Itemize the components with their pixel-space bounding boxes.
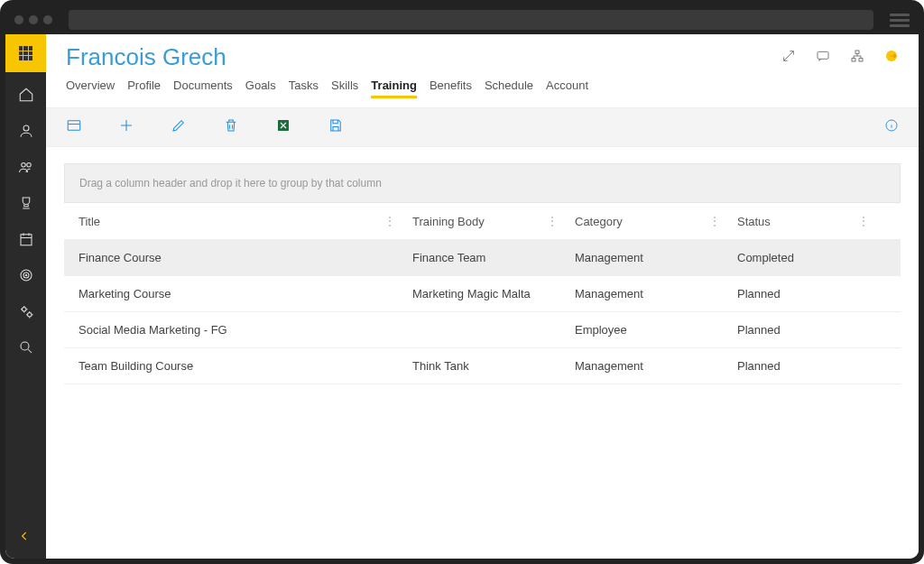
cell-category: Management (575, 251, 737, 264)
column-menu-icon[interactable]: ⋮ (383, 214, 396, 228)
cell-title: Team Building Course (79, 359, 412, 373)
tab-tasks[interactable]: Tasks (289, 79, 319, 98)
edit-button[interactable] (171, 117, 187, 137)
info-icon (884, 118, 899, 133)
delete-button[interactable] (223, 117, 239, 137)
trash-icon (223, 117, 239, 134)
tab-benefits[interactable]: Benefits (430, 79, 472, 98)
sidebar-item-home[interactable] (18, 87, 34, 106)
tab-bar: Overview Profile Documents Goals Tasks S… (46, 73, 919, 107)
column-header-training-body[interactable]: Training Body⋮ (412, 214, 575, 228)
app-container: Francois Grech Overview Profile Document… (5, 34, 919, 559)
cell-category: Management (575, 359, 737, 373)
cell-body: Marketing Magic Malta (412, 287, 575, 300)
export-excel-button[interactable] (275, 117, 291, 137)
svg-rect-12 (852, 58, 855, 60)
table-row[interactable]: Social Media Marketing - FG Employee Pla… (64, 312, 901, 348)
page-title: Francois Grech (66, 43, 226, 71)
column-label: Category (575, 215, 623, 228)
svg-point-0 (23, 125, 29, 131)
calendar-icon (18, 231, 34, 247)
svg-point-8 (27, 313, 32, 318)
sidebar-item-awards[interactable] (18, 195, 34, 215)
svg-point-5 (23, 273, 29, 278)
group-drop-zone[interactable]: Drag a column header and drop it here to… (64, 163, 901, 202)
tab-documents[interactable]: Documents (173, 79, 233, 98)
table-header-row: Title⋮ Training Body⋮ Category⋮ Status⋮ (64, 202, 901, 240)
pencil-icon (171, 117, 187, 134)
logout-button[interactable] (884, 49, 899, 67)
add-button[interactable] (118, 117, 134, 137)
svg-rect-14 (68, 121, 80, 131)
tab-training[interactable]: Training (371, 79, 417, 98)
sidebar-collapse-button[interactable] (18, 530, 31, 546)
exit-icon (884, 49, 899, 63)
browser-frame: Francois Grech Overview Profile Document… (0, 0, 924, 564)
table-row[interactable]: Marketing Course Marketing Magic Malta M… (64, 276, 901, 312)
column-header-category[interactable]: Category⋮ (575, 214, 737, 228)
cell-status: Planned (737, 359, 886, 373)
cell-body: Finance Team (412, 251, 575, 264)
tab-skills[interactable]: Skills (331, 79, 358, 98)
url-bar[interactable] (69, 10, 873, 30)
target-icon (18, 267, 34, 283)
sidebar-item-search[interactable] (18, 339, 34, 359)
chevron-left-icon (18, 530, 31, 542)
table-row[interactable]: Finance Course Finance Team Management C… (64, 240, 901, 276)
expand-button[interactable] (781, 49, 796, 67)
info-button[interactable] (884, 118, 899, 136)
trophy-icon (18, 195, 34, 211)
column-label: Status (737, 215, 771, 228)
svg-rect-10 (818, 51, 828, 59)
column-label: Title (79, 215, 100, 228)
sidebar-item-people[interactable] (18, 159, 34, 179)
app-launcher-button[interactable] (5, 34, 46, 72)
tab-schedule[interactable]: Schedule (485, 79, 533, 98)
apps-grid-icon (19, 46, 33, 60)
column-header-title[interactable]: Title⋮ (79, 214, 412, 228)
svg-point-1 (21, 163, 25, 168)
svg-point-9 (21, 342, 29, 350)
svg-rect-13 (859, 58, 863, 60)
tab-goals[interactable]: Goals (245, 79, 276, 98)
card-view-button[interactable] (66, 117, 82, 137)
toolbar (46, 107, 919, 147)
window-dot (14, 15, 23, 24)
cell-category: Management (575, 287, 737, 300)
excel-icon (275, 117, 291, 134)
window-dot (43, 15, 52, 24)
svg-rect-11 (855, 51, 859, 53)
cell-status: Planned (737, 287, 886, 300)
gears-icon (18, 303, 34, 319)
sidebar-item-calendar[interactable] (18, 231, 34, 251)
chat-button[interactable] (816, 49, 830, 67)
search-icon (18, 339, 34, 356)
tab-overview[interactable]: Overview (66, 79, 115, 98)
svg-point-2 (26, 163, 31, 168)
home-icon (18, 87, 34, 103)
person-icon (18, 123, 34, 139)
column-menu-icon[interactable]: ⋮ (546, 214, 559, 228)
svg-rect-3 (21, 235, 32, 245)
org-button[interactable] (850, 49, 864, 67)
people-icon (18, 159, 34, 175)
save-button[interactable] (328, 117, 344, 137)
sidebar-item-settings[interactable] (18, 303, 34, 323)
sidebar-item-person[interactable] (18, 123, 34, 143)
cell-title: Social Media Marketing - FG (79, 323, 412, 337)
column-menu-icon[interactable]: ⋮ (708, 214, 721, 228)
cell-body: Think Tank (412, 359, 575, 373)
sidebar-item-target[interactable] (18, 267, 34, 287)
column-menu-icon[interactable]: ⋮ (857, 214, 870, 228)
column-header-status[interactable]: Status⋮ (737, 214, 886, 228)
tab-profile[interactable]: Profile (127, 79, 161, 98)
table-row[interactable]: Team Building Course Think Tank Manageme… (64, 348, 901, 384)
svg-point-4 (21, 270, 32, 281)
page-header: Francois Grech (46, 34, 919, 73)
column-label: Training Body (412, 215, 485, 228)
browser-menu-icon[interactable] (890, 14, 910, 27)
tab-account[interactable]: Account (546, 79, 588, 98)
cell-status: Planned (737, 323, 886, 337)
sidebar (5, 34, 46, 559)
hierarchy-icon (850, 49, 864, 63)
